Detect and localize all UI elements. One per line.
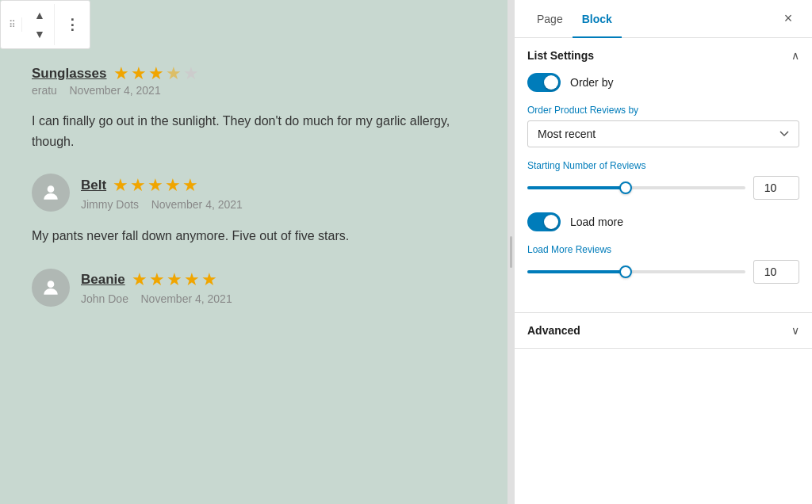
load-more-reviews-slider[interactable]: [527, 264, 745, 280]
advanced-section: Advanced ∨: [515, 313, 812, 349]
panel-divider: [508, 0, 514, 504]
tab-page[interactable]: Page: [527, 0, 573, 38]
block-toolbar: ⠿ ▲ ▼ ⋮: [0, 0, 90, 49]
panel-tab-bar: Page Block ×: [515, 0, 812, 38]
review-panel: ⠿ ▲ ▼ ⋮ Sunglasses ★ ★ ★ ★ ★ eratu: [0, 0, 514, 504]
starting-reviews-label: Starting Number of Reviews: [527, 160, 799, 171]
order-by-row: Order by: [527, 73, 799, 92]
move-up-down-group[interactable]: ▲ ▼: [25, 4, 55, 45]
user-icon: [40, 182, 61, 203]
ellipsis-icon[interactable]: ⋮: [63, 15, 82, 34]
star-1: ★: [113, 63, 129, 84]
drag-handle[interactable]: ⠿: [4, 17, 22, 32]
star-4: ★: [166, 63, 182, 84]
star-rating: ★ ★ ★ ★ ★: [113, 175, 198, 196]
move-down-button[interactable]: ▼: [30, 25, 49, 44]
review-body: I can finally go out in the sunlight. Th…: [32, 111, 482, 151]
settings-panel: Page Block × List Settings ∧ Order by Or…: [514, 0, 812, 504]
starting-reviews-slider-row: [527, 176, 799, 200]
svg-point-0: [48, 186, 55, 193]
user-icon: [40, 277, 61, 298]
reviewer-info: John Doe November 4, 2021: [81, 292, 232, 305]
close-button[interactable]: ×: [777, 8, 799, 30]
order-product-field: Order Product Reviews by Most recent Hig…: [527, 105, 799, 160]
toggle-thumb: [544, 75, 558, 90]
slider-fill: [527, 270, 626, 273]
avatar: [32, 174, 70, 212]
advanced-title: Advanced: [527, 324, 580, 337]
scroll-handle[interactable]: [510, 236, 512, 268]
review-body: My pants never fall down anymore. Five o…: [32, 226, 482, 246]
star-rating: ★ ★ ★ ★ ★: [113, 63, 199, 84]
order-product-label: Order Product Reviews by: [527, 105, 799, 116]
slider-track: [527, 186, 745, 189]
more-options-button[interactable]: ⋮: [58, 13, 86, 36]
reviewer-info: Jimmy Dots November 4, 2021: [81, 198, 243, 211]
reviewer-name: Jimmy Dots: [81, 198, 139, 211]
product-link[interactable]: Sunglasses: [32, 66, 107, 82]
list-settings-title: List Settings: [527, 49, 594, 62]
review-date: November 4, 2021: [69, 84, 160, 97]
review-date: November 4, 2021: [151, 198, 243, 211]
product-link[interactable]: Beanie: [81, 272, 125, 288]
move-up-button[interactable]: ▲: [30, 6, 49, 25]
slider-thumb[interactable]: [619, 265, 632, 278]
toggle-thumb: [544, 215, 558, 229]
load-more-label: Load more: [570, 216, 623, 228]
slider-thumb[interactable]: [619, 181, 632, 194]
order-by-toggle[interactable]: [527, 73, 561, 92]
star-3: ★: [148, 63, 164, 84]
load-more-toggle[interactable]: [527, 212, 561, 231]
list-settings-body: Order by Order Product Reviews by Most r…: [515, 73, 812, 312]
load-more-reviews-number[interactable]: [753, 260, 799, 284]
review-date: November 4, 2021: [141, 292, 232, 305]
load-more-reviews-slider-row: [527, 260, 799, 284]
slider-track: [527, 270, 745, 273]
list-settings-section: List Settings ∧ Order by Order Product R…: [515, 38, 812, 313]
reviewer-name: John Doe: [81, 292, 128, 305]
table-row: Sunglasses ★ ★ ★ ★ ★ eratu November 4, 2…: [32, 63, 482, 97]
list-settings-header[interactable]: List Settings ∧: [515, 38, 812, 73]
load-more-row: Load more: [527, 212, 799, 231]
product-link[interactable]: Belt: [81, 178, 106, 193]
order-product-select[interactable]: Most recent Highest rated Lowest rated: [527, 120, 799, 147]
starting-reviews-number[interactable]: [753, 176, 799, 200]
advanced-header[interactable]: Advanced ∨: [515, 313, 812, 348]
chevron-up-icon: ∧: [791, 49, 799, 62]
chevron-down-icon: ∨: [791, 324, 799, 337]
tab-block[interactable]: Block: [573, 0, 622, 38]
svg-point-1: [48, 281, 55, 288]
starting-reviews-slider[interactable]: [527, 180, 745, 196]
reviewer-name: eratu: [32, 84, 57, 97]
load-more-reviews-label: Load More Reviews: [527, 244, 799, 255]
table-row: Belt ★ ★ ★ ★ ★ Jimmy Dots November 4, 20…: [32, 174, 482, 212]
reviewer-info: eratu November 4, 2021: [32, 84, 482, 97]
order-by-label: Order by: [570, 76, 613, 89]
star-2: ★: [131, 63, 147, 84]
star-5: ★: [183, 63, 199, 84]
avatar: [32, 269, 70, 307]
star-rating: ★ ★ ★ ★ ★: [132, 269, 217, 290]
load-more-reviews-field: Load More Reviews: [527, 244, 799, 284]
starting-reviews-field: Starting Number of Reviews: [527, 160, 799, 200]
review-meta: Beanie ★ ★ ★ ★ ★ John Doe November 4, 20…: [81, 269, 232, 305]
review-meta: Belt ★ ★ ★ ★ ★ Jimmy Dots November 4, 20…: [81, 175, 243, 211]
slider-fill: [527, 186, 626, 189]
table-row: Beanie ★ ★ ★ ★ ★ John Doe November 4, 20…: [32, 269, 482, 307]
